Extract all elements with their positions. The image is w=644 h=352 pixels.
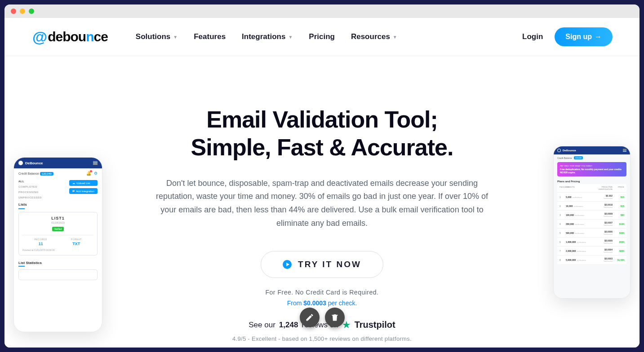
chevron-down-icon: ▼ xyxy=(173,35,178,40)
play-icon xyxy=(283,260,292,269)
logo[interactable]: @debounce xyxy=(32,28,108,46)
nav-label: Resources xyxy=(351,32,390,41)
browser-window: @debounce Solutions ▼ Features Integrati… xyxy=(4,4,640,348)
delete-button[interactable] xyxy=(325,308,345,327)
trash-icon xyxy=(330,313,339,322)
window-close-icon[interactable] xyxy=(11,9,16,14)
nav-label: Features xyxy=(194,32,226,41)
rating-note: 4.9/5 - Excellent - based on 1,500+ revi… xyxy=(232,335,412,342)
nav-right: Login Sign up → xyxy=(522,27,613,46)
window-minimize-icon[interactable] xyxy=(20,9,25,14)
logo-at-icon: @ xyxy=(32,28,47,46)
hero-content: Email Validation Tool; Simple, Fast & Ac… xyxy=(4,106,640,342)
nav-items: Solutions ▼ Features Integrations ▼ Pric… xyxy=(136,32,397,41)
pencil-icon xyxy=(305,313,314,322)
nav-label: Pricing xyxy=(309,32,335,41)
hero-section: DeBounce Credit Balance 120,040 🔔 ⚙ ALL … xyxy=(4,56,640,348)
chevron-down-icon: ▼ xyxy=(288,35,293,40)
window-titlebar xyxy=(4,4,640,18)
headline-line2: Simple, Fast & Accurate. xyxy=(191,133,453,161)
navbar: @debounce Solutions ▼ Features Integrati… xyxy=(4,18,640,56)
nav-resources[interactable]: Resources ▼ xyxy=(351,32,397,41)
price-note[interactable]: From $0.0003 per check. xyxy=(287,299,357,307)
nav-label: Solutions xyxy=(136,32,170,41)
signup-button[interactable]: Sign up → xyxy=(555,27,613,46)
nav-solutions[interactable]: Solutions ▼ xyxy=(136,32,178,41)
nav-integrations[interactable]: Integrations ▼ xyxy=(242,32,293,41)
floating-actions xyxy=(300,308,345,327)
nav-label: Integrations xyxy=(242,32,285,41)
cta-label: TRY IT NOW xyxy=(298,260,361,269)
login-link[interactable]: Login xyxy=(522,32,543,41)
review-count: 1,248 xyxy=(279,321,298,330)
signup-label: Sign up xyxy=(565,33,592,41)
edit-button[interactable] xyxy=(300,308,320,327)
headline-line1: Email Validation Tool; xyxy=(206,106,437,133)
window-maximize-icon[interactable] xyxy=(29,9,34,14)
chevron-down-icon: ▼ xyxy=(393,35,397,40)
nav-pricing[interactable]: Pricing xyxy=(309,32,335,41)
hero-subtext: Don't let bounce, disposable, spam-trap … xyxy=(149,177,495,230)
free-note: For Free. No Credit Card is Required. xyxy=(266,289,379,296)
try-it-now-button[interactable]: TRY IT NOW xyxy=(261,251,383,278)
trustpilot-logo: Trustpilot xyxy=(355,320,395,330)
nav-features[interactable]: Features xyxy=(194,32,226,41)
arrow-right-icon: → xyxy=(595,33,602,41)
